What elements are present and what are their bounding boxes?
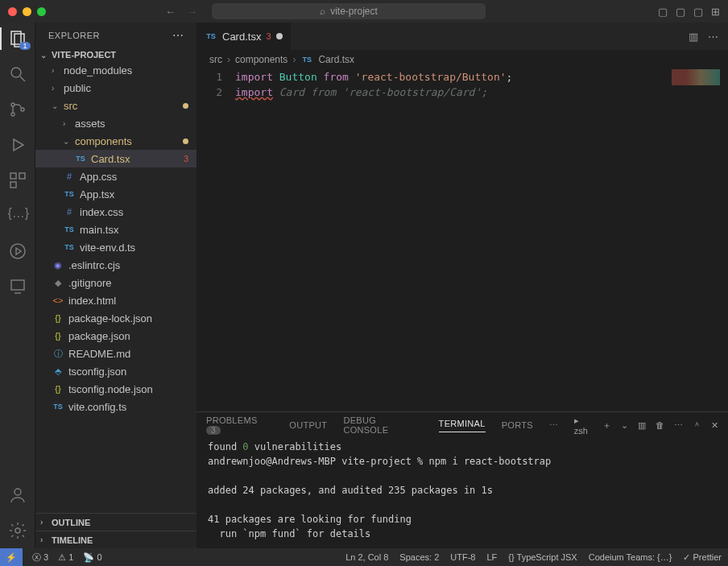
nav-back-icon[interactable]: ← <box>165 6 176 18</box>
tab-problems[interactable]: PROBLEMS 3 <box>206 415 273 435</box>
layout-customize-icon[interactable]: ⊞ <box>711 6 720 18</box>
editor-actions: ▥ ⋯ <box>689 31 728 43</box>
status-prettier[interactable]: ✓ Prettier <box>683 552 722 563</box>
line-number: 1 <box>196 69 222 85</box>
folder-label: assets <box>75 118 105 130</box>
split-terminal-icon[interactable]: ▥ <box>638 420 646 431</box>
code-line[interactable]: import Card from 'react-bootstrap/Card'; <box>235 85 728 100</box>
terminal-output[interactable]: found 0 vulnerabilities andrewnjoo@Andre… <box>196 438 728 548</box>
tab-terminal[interactable]: TERMINAL <box>439 419 486 432</box>
breadcrumb[interactable]: src › components › TS Card.tsx <box>196 50 728 69</box>
file-tsconfig[interactable]: ⬘ tsconfig.json <box>35 362 196 380</box>
window-controls <box>8 7 46 16</box>
folder-src[interactable]: ⌄ src <box>35 97 196 114</box>
file-gitignore[interactable]: ◆ .gitignore <box>35 274 196 291</box>
status-radio[interactable]: 📡 0 <box>83 552 101 563</box>
file-index-html[interactable]: <> index.html <box>35 291 196 309</box>
timeline-section[interactable]: › TIMELINE <box>35 531 196 548</box>
file-app-css[interactable]: # App.css <box>35 167 196 185</box>
modified-indicator <box>183 138 188 144</box>
file-main-tsx[interactable]: TS main.tsx <box>35 221 196 238</box>
activity-explorer-icon[interactable]: 1 <box>8 29 27 48</box>
close-panel-icon[interactable]: ✕ <box>711 420 718 431</box>
folder-node-modules[interactable]: › node_modules <box>35 61 196 79</box>
file-vite-config[interactable]: TS vite.config.ts <box>35 398 196 415</box>
activity-live-icon[interactable] <box>8 242 27 261</box>
window-close[interactable] <box>8 7 17 16</box>
file-eslintrc[interactable]: ◉ .eslintrc.cjs <box>35 256 196 274</box>
command-center[interactable]: ⌕ vite-project <box>212 3 486 19</box>
file-index-css[interactable]: # index.css <box>35 203 196 221</box>
remote-indicator[interactable]: ⚡ <box>0 548 23 566</box>
activity-git-icon[interactable] <box>8 100 27 119</box>
nav-forward-icon[interactable]: → <box>187 6 197 18</box>
folder-label: components <box>75 135 132 147</box>
new-terminal-icon[interactable]: ＋ <box>602 419 611 432</box>
status-language[interactable]: {} TypeScript JSX <box>508 552 577 563</box>
explorer-more-icon[interactable]: ⋯ <box>172 29 184 42</box>
project-root[interactable]: ⌄ VITE-PROJECT <box>35 48 196 61</box>
outline-section[interactable]: › OUTLINE <box>35 513 196 531</box>
folder-assets[interactable]: › assets <box>35 114 196 132</box>
file-card-tsx[interactable]: TS Card.tsx 3 <box>35 150 196 167</box>
editor-more-icon[interactable]: ⋯ <box>708 31 718 43</box>
terminal-profile[interactable]: ▸ zsh <box>574 415 593 436</box>
window-minimize[interactable] <box>23 7 31 16</box>
problems-badge: 3 <box>206 426 221 435</box>
tab-card-tsx[interactable]: TS Card.tsx 3 <box>196 23 292 50</box>
status-warnings[interactable]: ⚠ 1 <box>58 552 73 563</box>
file-label: package.json <box>68 330 130 342</box>
terminal-dropdown-icon[interactable]: ⌄ <box>621 420 628 431</box>
layout-sidebar-right-icon[interactable]: ▢ <box>693 6 703 18</box>
file-readme[interactable]: ⓘ README.md <box>35 345 196 362</box>
breadcrumb-separator: › <box>292 54 296 65</box>
chevron-right-icon: › <box>63 119 71 128</box>
file-vite-env[interactable]: TS vite-env.d.ts <box>35 238 196 256</box>
json-icon: {} <box>52 313 64 323</box>
folder-public[interactable]: › public <box>35 79 196 97</box>
file-label: index.css <box>80 206 123 218</box>
code-lines[interactable]: import Button from 'react-bootstrap/Butt… <box>235 69 728 411</box>
activity-debug-icon[interactable] <box>8 135 27 155</box>
explorer-header: EXPLORER ⋯ <box>35 23 196 48</box>
terminal-more-icon[interactable]: ⋯ <box>674 420 683 431</box>
git-icon: ◆ <box>52 278 64 288</box>
activity-remote-icon[interactable] <box>8 277 27 296</box>
breadcrumb-segment[interactable]: Card.tsx <box>318 54 354 65</box>
file-app-tsx[interactable]: TS App.tsx <box>35 185 196 203</box>
status-codeium[interactable]: Codeium Teams: {…} <box>589 552 672 563</box>
kill-terminal-icon[interactable]: 🗑 <box>656 420 664 430</box>
breadcrumb-segment[interactable]: components <box>235 54 287 65</box>
activity-extensions-icon[interactable] <box>8 171 27 190</box>
code-line[interactable]: import Button from 'react-bootstrap/Butt… <box>235 69 728 85</box>
activity-json-icon[interactable]: {…} <box>8 206 27 225</box>
css-icon: # <box>63 171 76 181</box>
status-cursor[interactable]: Ln 2, Col 8 <box>345 552 388 563</box>
file-tsconfig-node[interactable]: {} tsconfig.node.json <box>35 380 196 398</box>
folder-components[interactable]: ⌄ components <box>35 132 196 150</box>
activity-accounts-icon[interactable] <box>8 485 27 505</box>
panel-more-icon[interactable]: ⋯ <box>549 420 558 431</box>
info-icon: ⓘ <box>52 348 64 360</box>
tab-debug-console[interactable]: DEBUG CONSOLE <box>343 415 422 435</box>
status-bar: ⚡ ⓧ 3 ⚠ 1 📡 0 Ln 2, Col 8 Spaces: 2 UTF-… <box>0 548 728 566</box>
minimap[interactable] <box>672 69 720 85</box>
status-encoding[interactable]: UTF-8 <box>450 552 475 563</box>
breadcrumb-segment[interactable]: src <box>209 54 222 65</box>
breadcrumb-separator: › <box>227 54 230 65</box>
tab-output[interactable]: OUTPUT <box>289 420 327 430</box>
maximize-panel-icon[interactable]: ＾ <box>693 419 701 432</box>
status-indentation[interactable]: Spaces: 2 <box>399 552 439 563</box>
tab-ports[interactable]: PORTS <box>502 420 533 430</box>
layout-sidebar-left-icon[interactable]: ▢ <box>658 6 668 18</box>
window-maximize[interactable] <box>37 7 46 16</box>
file-package-json[interactable]: {} package.json <box>35 327 196 345</box>
status-errors[interactable]: ⓧ 3 <box>32 552 48 564</box>
activity-search-icon[interactable] <box>8 64 27 84</box>
layout-panel-icon[interactable]: ▢ <box>676 6 685 18</box>
status-eol[interactable]: LF <box>486 552 497 563</box>
file-package-lock[interactable]: {} package-lock.json <box>35 309 196 327</box>
editor-content[interactable]: 1 2 import Button from 'react-bootstrap/… <box>196 69 728 411</box>
split-editor-icon[interactable]: ▥ <box>689 31 698 43</box>
activity-settings-icon[interactable] <box>8 521 27 540</box>
